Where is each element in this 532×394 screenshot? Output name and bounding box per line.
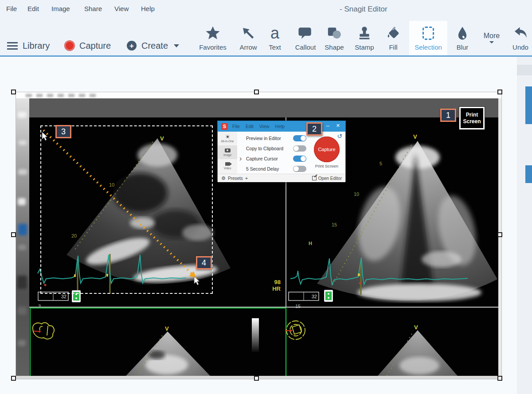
resize-handle-bottom-right[interactable]: [497, 376, 502, 381]
widget-menu-file[interactable]: File: [232, 124, 240, 129]
hamburger-icon: [7, 42, 18, 50]
option-label: Copy to Clipboard: [246, 146, 283, 151]
reset-icon[interactable]: ↺: [337, 133, 342, 140]
tool-text[interactable]: a Text: [259, 23, 290, 55]
tool-favorites[interactable]: Favorites: [197, 23, 228, 55]
menu-image[interactable]: Image: [51, 5, 70, 12]
capture-label: Capture: [79, 41, 111, 51]
presets-label[interactable]: Presets: [228, 176, 243, 181]
option-label: Capture Cursor: [246, 156, 278, 161]
toggle-preview-in-editor[interactable]: [293, 135, 306, 141]
toggle-5-second-delay[interactable]: [293, 166, 306, 172]
tool-undo[interactable]: Undo: [507, 23, 532, 55]
create-button[interactable]: + Create: [127, 38, 179, 53]
resize-handle-top-middle[interactable]: [254, 90, 259, 94]
sidebar-item-all-in-one[interactable]: All-in-One: [218, 132, 237, 145]
add-preset-button[interactable]: +: [245, 176, 248, 181]
right-panel-band: [517, 65, 532, 75]
side-marker: H: [309, 241, 312, 246]
capture-button[interactable]: Capture: [65, 38, 111, 53]
depth-label: 5: [379, 161, 382, 166]
menu-help[interactable]: Help: [141, 5, 155, 12]
capture-region-dashed-rect[interactable]: [40, 125, 213, 294]
tool-label: Callout: [290, 43, 321, 51]
letter-a-icon: a: [270, 25, 279, 41]
toggle-copy-to-clipboard[interactable]: [293, 145, 306, 152]
tool-callout[interactable]: Callout: [290, 23, 321, 55]
more-label: More: [484, 32, 500, 39]
heart-rate-label: HR: [272, 285, 281, 292]
menu-file[interactable]: File: [6, 5, 17, 12]
resize-handle-top-right[interactable]: [497, 90, 502, 94]
chevron-right-icon[interactable]: ›: [239, 155, 242, 163]
blurred-menu-text: [26, 94, 99, 97]
resize-handle-middle-right[interactable]: [497, 232, 502, 237]
sidebar-item-label: All-in-One: [221, 140, 234, 143]
library-button[interactable]: Library: [7, 38, 50, 53]
right-panel-button[interactable]: [525, 86, 532, 124]
tool-label: Blur: [447, 43, 478, 51]
resize-handle-middle-left[interactable]: [11, 232, 16, 237]
tool-shape[interactable]: Shape: [319, 23, 350, 55]
widget-body: All-in-One Image Video › Preview in Edit…: [218, 132, 345, 174]
snagit-capture-widget: S File Edit View Help – ✕ All-in-One Ima…: [217, 121, 346, 182]
widget-titlebar[interactable]: S File Edit View Help – ✕: [218, 121, 345, 132]
record-dot-icon: [65, 41, 74, 51]
menu-share[interactable]: Share: [84, 5, 102, 12]
menu-edit[interactable]: Edit: [27, 5, 39, 12]
tool-label: Shape: [319, 43, 350, 51]
right-panel-button[interactable]: [525, 165, 532, 183]
close-icon[interactable]: ✕: [336, 123, 340, 129]
sidebar-item-video[interactable]: Video: [218, 159, 237, 173]
sidebar-item-label: Video: [224, 167, 231, 170]
orientation-arrow: [34, 330, 41, 333]
snagit-editor-window: File Edit Image Share View Help - Snagit…: [0, 0, 532, 394]
undo-arrow-icon: [512, 26, 528, 40]
heart-rate-value: 98: [274, 279, 281, 285]
tool-fill[interactable]: Fill: [378, 23, 409, 55]
widget-menu-view[interactable]: View: [259, 124, 270, 129]
menu-bar: File Edit Image Share View Help - Snagit…: [0, 0, 532, 18]
camera-icon: [225, 148, 231, 152]
tool-selection[interactable]: Selection: [409, 21, 447, 55]
heart-sketch-icon: [33, 323, 54, 339]
callout-1[interactable]: 1: [440, 109, 456, 122]
tool-label: Fill: [378, 43, 409, 51]
tool-blur[interactable]: Blur: [447, 23, 478, 55]
toggle-capture-cursor[interactable]: [293, 156, 306, 162]
snagit-logo-icon: S: [221, 123, 228, 130]
callout-2[interactable]: 2: [306, 122, 322, 136]
undo-label: Undo: [507, 43, 532, 51]
resize-handle-top-left[interactable]: [11, 90, 16, 94]
scale-value: 32: [312, 294, 317, 299]
callout-4[interactable]: 4: [196, 256, 212, 269]
widget-capture-button[interactable]: Capture: [314, 137, 340, 162]
menu-view[interactable]: View: [114, 5, 129, 12]
tool-stamp[interactable]: Stamp: [349, 23, 380, 55]
resize-handle-bottom-left[interactable]: [11, 376, 16, 381]
widget-options: Preview in Editor Copy to Clipboard Capt…: [246, 133, 306, 174]
orientation-marker: V: [165, 325, 169, 332]
captured-image-right-edge: [498, 98, 501, 379]
widget-sidebar: All-in-One Image Video: [218, 132, 237, 174]
sidebar-item-label: Image: [223, 153, 231, 156]
option-row: 5 Second Delay: [246, 164, 306, 174]
gear-icon[interactable]: ⚙: [221, 176, 226, 181]
scale-value: 32: [61, 294, 66, 299]
resize-handle-bottom-middle[interactable]: [254, 376, 259, 381]
paint-bucket-icon: [386, 26, 401, 41]
orientation-marker: V: [413, 133, 417, 140]
widget-menu-edit[interactable]: Edit: [246, 124, 254, 129]
plus-circle-icon: +: [127, 41, 137, 51]
option-row: Copy to Clipboard: [246, 143, 306, 153]
tool-more[interactable]: More: [481, 32, 502, 43]
widget-menu-help[interactable]: Help: [275, 124, 285, 129]
minimize-icon[interactable]: –: [326, 122, 329, 129]
callout-3[interactable]: 3: [55, 125, 71, 138]
option-label: Preview in Editor: [246, 136, 281, 141]
sidebar-item-image[interactable]: Image: [218, 145, 237, 159]
speech-bubble-icon: [297, 26, 313, 41]
open-editor-button[interactable]: Open Editor: [312, 176, 342, 181]
arrow-nw-icon: [241, 26, 255, 40]
captured-app-header: [29, 98, 498, 117]
